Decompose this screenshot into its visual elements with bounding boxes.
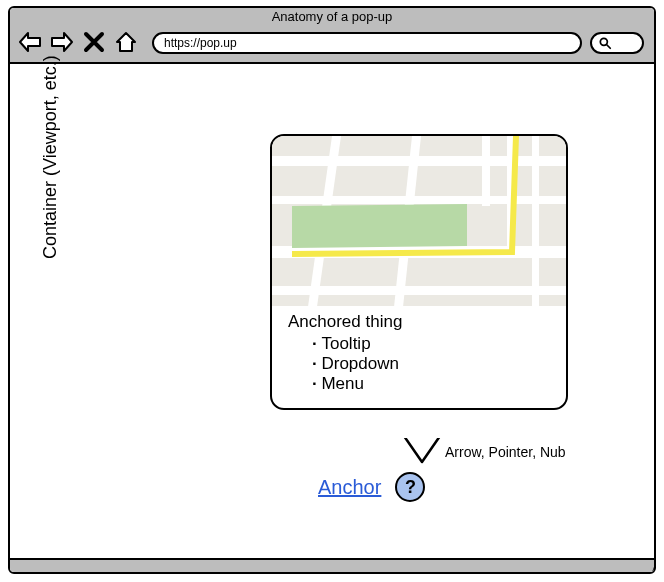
close-icon[interactable] [82, 30, 106, 54]
forward-icon[interactable] [50, 30, 74, 54]
status-bar [10, 558, 654, 572]
svg-rect-2 [272, 156, 566, 166]
map-image [272, 136, 566, 306]
svg-marker-11 [292, 204, 467, 248]
list-item: Tooltip [312, 334, 558, 354]
list-item: Dropdown [312, 354, 558, 374]
popup-title: Anchored thing [288, 312, 558, 332]
help-button[interactable]: ? [395, 472, 425, 502]
anchor-link[interactable]: Anchor [318, 476, 381, 499]
popup-list: Tooltip Dropdown Menu [288, 334, 558, 394]
svg-rect-8 [482, 136, 490, 206]
svg-rect-13 [402, 434, 442, 438]
help-icon: ? [405, 477, 416, 498]
content-area: Container (Viewport, etc.) [10, 64, 654, 558]
svg-marker-12 [404, 436, 440, 462]
anchor-row: Anchor ? [318, 472, 425, 502]
search-button[interactable] [590, 32, 644, 54]
svg-rect-3 [272, 196, 566, 204]
search-icon [598, 36, 612, 50]
browser-window: Anatomy of a pop-up https://pop.up [8, 6, 656, 574]
titlebar: Anatomy of a pop-up https://pop.up [10, 8, 654, 64]
popup-body: Anchored thing Tooltip Dropdown Menu [272, 306, 566, 408]
url-text: https://pop.up [164, 34, 237, 52]
arrow-label: Arrow, Pointer, Nub [445, 444, 566, 460]
url-input[interactable]: https://pop.up [152, 32, 582, 54]
svg-rect-10 [532, 136, 539, 306]
back-icon[interactable] [18, 30, 42, 54]
resize-handle-icon[interactable]: // [653, 557, 656, 574]
nav-controls [18, 30, 138, 54]
popup-card: Anchored thing Tooltip Dropdown Menu [270, 134, 568, 410]
window-title: Anatomy of a pop-up [10, 9, 654, 24]
list-item: Menu [312, 374, 558, 394]
home-icon[interactable] [114, 30, 138, 54]
container-label: Container (Viewport, etc.) [40, 55, 61, 259]
